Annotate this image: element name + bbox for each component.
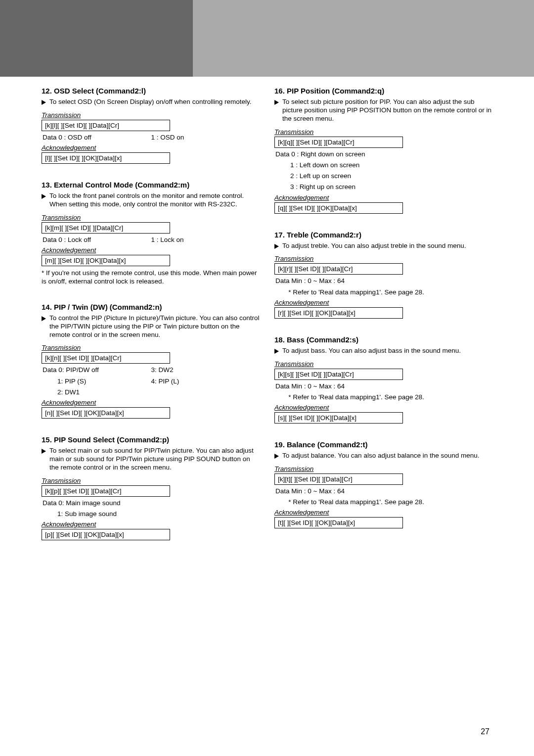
data-line: Data Min : 0 ~ Max : 64 (274, 277, 492, 285)
section-desc: To select OSD (On Screen Display) on/off… (42, 98, 260, 106)
ack-label: Acknowledgement (274, 299, 492, 306)
data-line: Data 0 : Right down on screen (274, 150, 492, 159)
data-line: Data 0 : OSD off1 : OSD on (42, 133, 260, 142)
data-line: 2 : Left up on screen (274, 172, 492, 181)
ack-box: [t][ ][Set ID][ ][OK][Data][x] (274, 517, 403, 528)
transmission-box: [k][r][ ][Set ID][ ][Data][Cr] (274, 263, 403, 275)
section-desc: To control the PIP (Picture In picture)/… (42, 314, 260, 339)
transmission-box: [k][q][ ][Set ID][ ][Data][Cr] (274, 137, 403, 148)
section-desc: To select sub picture position for PIP. … (274, 98, 492, 123)
transmission-box: [k][p][ ][Set ID][ ][Data][Cr] (42, 485, 170, 497)
transmission-label: Transmission (42, 111, 260, 119)
transmission-box: [k][t][ ][Set ID][ ][Data][Cr] (274, 473, 403, 485)
transmission-box: [k][n][ ][Set ID][ ][Data][Cr] (42, 352, 170, 364)
transmission-label: Transmission (42, 477, 260, 484)
data-line: * Refer to 'Real data mapping1'. See pag… (274, 498, 492, 507)
section-12: 12. OSD Select (Command2:l) To select OS… (42, 87, 260, 164)
data-line: 2: DW1 (42, 388, 260, 397)
section-heading: 18. Bass (Command2:s) (274, 335, 492, 344)
section-heading: 19. Balance (Command2:t) (274, 440, 492, 449)
section-18: 18. Bass (Command2:s) To adjust bass. Yo… (274, 335, 492, 424)
data-line: 1 : Left down on screen (274, 161, 492, 170)
ack-box: [q][ ][Set ID][ ][OK][Data][x] (274, 202, 403, 214)
section-19: 19. Balance (Command2:t) To adjust balan… (274, 440, 492, 528)
section-13: 13. External Control Mode (Command2:m) T… (42, 181, 260, 286)
data-line: Data Min : 0 ~ Max : 64 (274, 382, 492, 391)
section-desc: To adjust balance. You can also adjust b… (274, 452, 492, 460)
section-heading: 12. OSD Select (Command2:l) (42, 87, 260, 95)
ack-box: [r][ ][Set ID][ ][OK][Data][x] (274, 307, 403, 319)
ack-label: Acknowledgement (42, 399, 260, 406)
right-column: 16. PIP Position (Command2:q) To select … (274, 87, 492, 557)
transmission-label: Transmission (42, 214, 260, 221)
data-line: Data Min : 0 ~ Max : 64 (274, 487, 492, 496)
data-line: * Refer to 'Real data mapping1'. See pag… (274, 393, 492, 402)
section-heading: 16. PIP Position (Command2:q) (274, 87, 492, 95)
data-line: Data 0 : Lock off1 : Lock on (42, 236, 260, 244)
data-line: 1: Sub image sound (42, 510, 260, 519)
section-heading: 13. External Control Mode (Command2:m) (42, 181, 260, 189)
section-14: 14. PIP / Twin (DW) (Command2:n) To cont… (42, 303, 260, 419)
ack-label: Acknowledgement (42, 520, 260, 528)
section-17: 17. Treble (Command2:r) To adjust treble… (274, 231, 492, 319)
transmission-label: Transmission (274, 465, 492, 472)
data-line: 3 : Right up on screen (274, 183, 492, 191)
ack-label: Acknowledgement (274, 404, 492, 411)
left-column: 12. OSD Select (Command2:l) To select OS… (42, 87, 260, 557)
section-desc: To adjust treble. You can also adjust tr… (274, 242, 492, 250)
section-heading: 15. PIP Sound Select (Command2:p) (42, 435, 260, 444)
transmission-label: Transmission (274, 128, 492, 136)
footnote: * If you're not using the remote control… (42, 269, 260, 286)
transmission-label: Transmission (42, 344, 260, 351)
header-dark-block (0, 0, 193, 77)
section-desc: To adjust bass. You can also adjust bass… (274, 347, 492, 355)
page-number: 27 (481, 727, 490, 736)
transmission-label: Transmission (274, 360, 492, 368)
data-line: Data 0: Main image sound (42, 499, 260, 508)
section-heading: 14. PIP / Twin (DW) (Command2:n) (42, 303, 260, 311)
ack-label: Acknowledgement (42, 246, 260, 254)
data-line: Data 0: PIP/DW off3: DW2 (42, 366, 260, 375)
ack-box: [s][ ][Set ID][ ][OK][Data][x] (274, 412, 403, 424)
transmission-box: [k][s][ ][Set ID][ ][Data][Cr] (274, 369, 403, 380)
section-15: 15. PIP Sound Select (Command2:p) To sel… (42, 435, 260, 540)
ack-label: Acknowledgement (274, 509, 492, 516)
section-16: 16. PIP Position (Command2:q) To select … (274, 87, 492, 214)
data-line: * Refer to 'Real data mapping1'. See pag… (274, 288, 492, 297)
header-band (0, 0, 534, 77)
section-desc: To select main or sub sound for PIP/Twin… (42, 447, 260, 472)
transmission-box: [k][l][ ][Set ID][ ][Data][Cr] (42, 120, 170, 131)
ack-box: [p][ ][Set ID][ ][OK][Data][x] (42, 529, 170, 540)
section-desc: To lock the front panel controls on the … (42, 192, 260, 209)
ack-box: [l][ ][Set ID][ ][OK][Data][x] (42, 152, 170, 164)
transmission-label: Transmission (274, 255, 492, 262)
transmission-box: [k][m][ ][Set ID][ ][Data][Cr] (42, 222, 170, 234)
ack-box: [n][ ][Set ID][ ][OK][Data][x] (42, 407, 170, 419)
ack-label: Acknowledgement (274, 194, 492, 201)
section-heading: 17. Treble (Command2:r) (274, 231, 492, 239)
data-line: 1: PIP (S)4: PIP (L) (42, 377, 260, 386)
ack-box: [m][ ][Set ID][ ][OK][Data][x] (42, 255, 170, 266)
ack-label: Acknowledgement (42, 144, 260, 151)
